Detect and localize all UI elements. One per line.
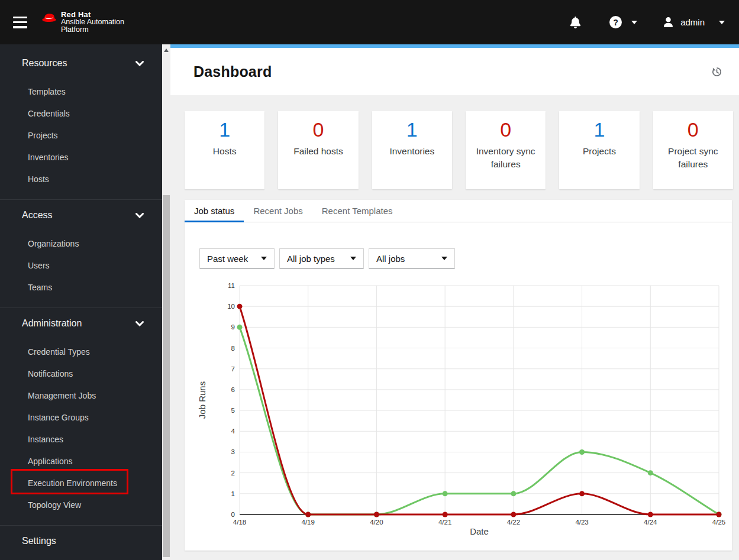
sidebar-item-organizations[interactable]: Organizations (0, 232, 162, 254)
sidebar-nav: Resources Templates Credentials Projects… (0, 44, 162, 560)
caret-down-icon (261, 257, 267, 260)
sidebar-item-credential-types[interactable]: Credential Types (0, 341, 162, 362)
job-type-select[interactable]: All job types (279, 248, 364, 268)
nav-group-settings[interactable]: Settings (0, 530, 162, 552)
job-filter-select[interactable]: All jobs (369, 248, 455, 268)
card-inventory-sync-failures[interactable]: 0 Inventory sync failures (466, 111, 546, 189)
sidebar-item-instance-groups[interactable]: Instance Groups (0, 406, 162, 428)
sidebar-item-inventories[interactable]: Inventories (0, 146, 162, 168)
tab-job-status[interactable]: Job status (185, 200, 244, 222)
nav-section-access: Access Organizations Users Teams (0, 200, 162, 308)
svg-text:7: 7 (231, 365, 235, 373)
masthead-toolbar: admin (570, 16, 725, 28)
hosts-count[interactable]: 1 (185, 118, 264, 141)
bell-icon (570, 17, 581, 28)
brand-sub-line1: Ansible Automation (61, 18, 124, 26)
tab-bar: Job status Recent Jobs Recent Templates (185, 200, 732, 222)
nav-toggle-button[interactable] (13, 17, 27, 28)
sidebar-item-notifications[interactable]: Notifications (0, 362, 162, 384)
card-label: Hosts (185, 145, 264, 158)
nav-group-access[interactable]: Access (0, 205, 162, 226)
card-failed-hosts[interactable]: 0 Failed hosts (278, 111, 358, 189)
sidebar-item-teams[interactable]: Teams (0, 276, 162, 298)
page-title: Dashboard (193, 63, 272, 80)
masthead: Red Hat Ansible Automation Platform admi… (0, 0, 739, 44)
notifications-button[interactable] (570, 17, 581, 28)
svg-text:8: 8 (231, 345, 235, 352)
period-select[interactable]: Past week (199, 248, 275, 268)
nav-group-label: Administration (22, 318, 82, 329)
nav-section-resources: Resources Templates Credentials Projects… (0, 44, 162, 200)
card-project-sync-failures[interactable]: 0 Project sync failures (653, 111, 733, 189)
brand-sub-line2: Platform (61, 26, 124, 34)
refresh-history-button[interactable] (710, 65, 724, 79)
scrollbar-thumb[interactable] (163, 195, 170, 557)
nav-section-settings: Settings (0, 526, 162, 560)
svg-text:4/19: 4/19 (302, 519, 315, 526)
card-label: Failed hosts (278, 145, 358, 158)
period-select-value: Past week (207, 254, 248, 264)
inventories-count[interactable]: 1 (372, 118, 452, 141)
svg-text:Job Runs: Job Runs (197, 381, 207, 419)
projects-count[interactable]: 1 (559, 118, 639, 141)
svg-text:4/25: 4/25 (712, 519, 725, 526)
svg-text:4/18: 4/18 (233, 519, 246, 526)
sidebar-item-templates[interactable]: Templates (0, 80, 162, 102)
sidebar-item-hosts[interactable]: Hosts (0, 168, 162, 190)
svg-text:Date: Date (470, 526, 489, 536)
caret-down-icon (631, 21, 637, 24)
nav-group-label: Settings (22, 536, 56, 546)
scrollbar-up-arrow-icon[interactable] (164, 48, 169, 52)
chevron-down-icon (135, 61, 144, 66)
card-hosts[interactable]: 1 Hosts (185, 111, 264, 189)
svg-text:11: 11 (228, 282, 235, 289)
nav-group-administration[interactable]: Administration (0, 313, 162, 334)
card-projects[interactable]: 1 Projects (559, 111, 639, 189)
chevron-down-icon (135, 213, 144, 218)
tab-recent-jobs[interactable]: Recent Jobs (244, 200, 312, 222)
sidebar-item-instances[interactable]: Instances (0, 428, 162, 450)
svg-text:4/23: 4/23 (575, 519, 588, 526)
chevron-down-icon (135, 321, 144, 326)
tab-recent-templates[interactable]: Recent Templates (312, 200, 402, 222)
svg-text:9: 9 (231, 323, 235, 331)
sidebar-scrollbar[interactable] (162, 44, 170, 560)
caret-down-icon (441, 257, 447, 260)
card-label: Inventories (372, 145, 452, 158)
brand-logo: Red Hat Ansible Automation Platform (42, 11, 124, 34)
nav-group-label: Access (22, 210, 53, 221)
svg-text:10: 10 (227, 303, 235, 310)
svg-text:5: 5 (231, 407, 235, 414)
svg-text:6: 6 (231, 386, 235, 393)
svg-text:4/20: 4/20 (370, 519, 383, 526)
sidebar-item-topology-view[interactable]: Topology View (0, 494, 162, 516)
help-menu-button[interactable] (609, 16, 637, 28)
sidebar-item-management-jobs[interactable]: Management Jobs (0, 384, 162, 406)
app-screen: Red Hat Ansible Automation Platform admi… (0, 0, 739, 560)
svg-text:4/21: 4/21 (438, 519, 451, 526)
caret-down-icon (350, 257, 356, 260)
svg-text:4/24: 4/24 (644, 519, 657, 526)
card-label: Projects (559, 145, 639, 158)
dashboard-graph-panel: Job status Recent Jobs Recent Templates … (185, 200, 732, 551)
sidebar-item-applications[interactable]: Applications (0, 450, 162, 472)
svg-text:0: 0 (231, 511, 235, 518)
sidebar-item-projects[interactable]: Projects (0, 124, 162, 146)
nav-group-resources[interactable]: Resources (0, 53, 162, 74)
user-menu-button[interactable]: admin (663, 17, 725, 27)
redhat-fedora-icon (42, 12, 56, 23)
svg-text:4/22: 4/22 (507, 519, 520, 526)
card-inventories[interactable]: 1 Inventories (372, 111, 452, 189)
sidebar-item-credentials[interactable]: Credentials (0, 102, 162, 124)
sidebar-item-users[interactable]: Users (0, 254, 162, 276)
nav-group-label: Resources (22, 58, 67, 69)
nav-section-administration: Administration Credential Types Notifica… (0, 308, 162, 526)
question-circle-icon (609, 16, 622, 28)
job-type-select-value: All job types (287, 254, 335, 264)
project-sync-failures-count[interactable]: 0 (653, 118, 733, 141)
failed-hosts-count[interactable]: 0 (278, 118, 358, 141)
svg-text:1: 1 (231, 490, 235, 497)
chart-filters: Past week All job types All jobs (199, 248, 732, 268)
sidebar-item-execution-environments[interactable]: Execution Environments (0, 472, 162, 494)
inventory-sync-failures-count[interactable]: 0 (466, 118, 546, 141)
